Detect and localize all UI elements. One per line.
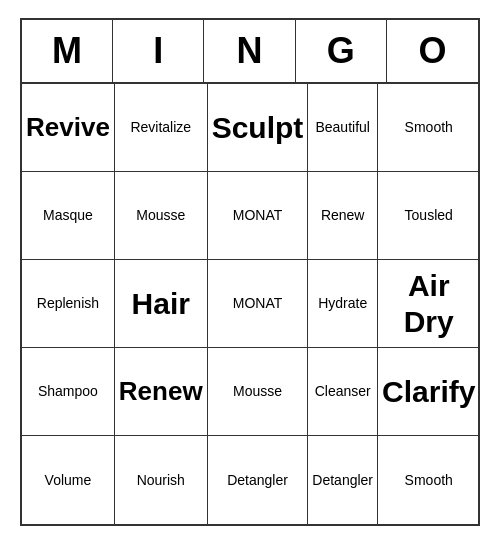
cell-r3-c1: Renew (115, 348, 208, 436)
cell-r4-c0: Volume (22, 436, 115, 524)
cell-r4-c1: Nourish (115, 436, 208, 524)
cell-r1-c4: Tousled (378, 172, 479, 260)
bingo-header: MINGO (22, 20, 478, 84)
cell-r0-c3: Beautiful (308, 84, 378, 172)
cell-r1-c0: Masque (22, 172, 115, 260)
bingo-card: MINGO ReviveRevitalizeSculptBeautifulSmo… (20, 18, 480, 526)
cell-r0-c2: Sculpt (208, 84, 309, 172)
cell-r2-c2: MONAT (208, 260, 309, 348)
cell-r3-c0: Shampoo (22, 348, 115, 436)
cell-r2-c3: Hydrate (308, 260, 378, 348)
cell-r4-c3: Detangler (308, 436, 378, 524)
cell-r1-c2: MONAT (208, 172, 309, 260)
bingo-grid: ReviveRevitalizeSculptBeautifulSmoothMas… (22, 84, 478, 524)
header-cell: O (387, 20, 478, 82)
cell-r1-c3: Renew (308, 172, 378, 260)
header-cell: M (22, 20, 113, 82)
cell-r3-c2: Mousse (208, 348, 309, 436)
header-cell: N (204, 20, 295, 82)
cell-r4-c4: Smooth (378, 436, 479, 524)
cell-r2-c4: Air Dry (378, 260, 479, 348)
cell-r1-c1: Mousse (115, 172, 208, 260)
header-cell: G (296, 20, 387, 82)
cell-r2-c0: Replenish (22, 260, 115, 348)
header-cell: I (113, 20, 204, 82)
cell-r0-c0: Revive (22, 84, 115, 172)
cell-r0-c1: Revitalize (115, 84, 208, 172)
cell-r0-c4: Smooth (378, 84, 479, 172)
cell-r4-c2: Detangler (208, 436, 309, 524)
cell-r3-c4: Clarify (378, 348, 479, 436)
cell-r2-c1: Hair (115, 260, 208, 348)
cell-r3-c3: Cleanser (308, 348, 378, 436)
